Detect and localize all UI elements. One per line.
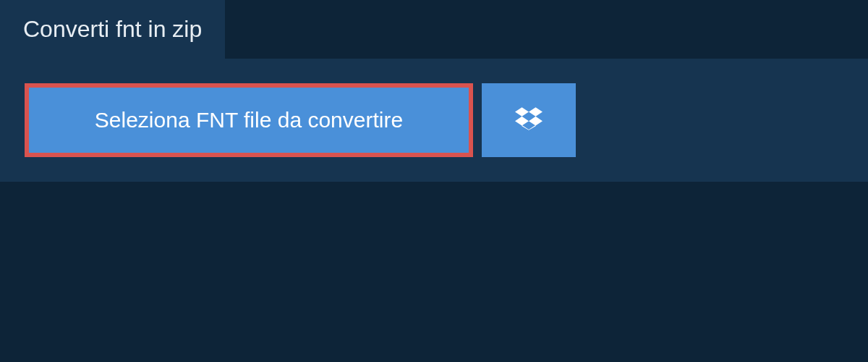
tab-title: Converti fnt in zip (23, 16, 202, 42)
dropbox-icon (515, 105, 542, 135)
content-panel: Seleziona FNT file da convertire (0, 59, 868, 182)
select-file-label: Seleziona FNT file da convertire (95, 108, 403, 132)
select-file-button[interactable]: Seleziona FNT file da convertire (25, 83, 473, 157)
tab-convert[interactable]: Converti fnt in zip (0, 0, 225, 59)
dropbox-button[interactable] (482, 83, 576, 157)
